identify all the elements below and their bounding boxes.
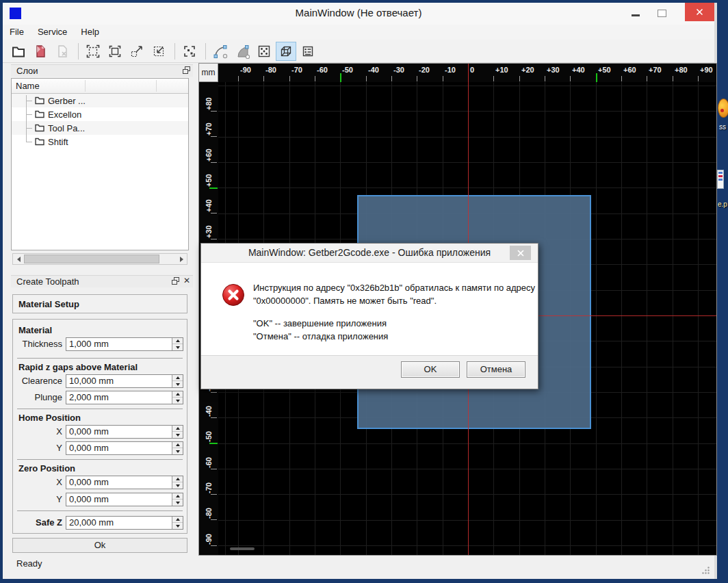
- home-x-label: X: [13, 425, 62, 439]
- zoom-out-icon: [129, 44, 144, 59]
- cube-3d-icon: [278, 44, 294, 59]
- clearence-input[interactable]: 10,000 mm: [66, 374, 183, 388]
- safe-z-label: Safe Z: [13, 516, 62, 530]
- zoom-fit-icon: [86, 44, 101, 59]
- home-x-input[interactable]: 0,000 mm: [66, 425, 183, 439]
- dialog-titlebar: MainWindow: Getber2Gcode.exe - Ошибка пр…: [201, 244, 538, 262]
- zoom-in-icon: [151, 44, 166, 59]
- safe-z-spinner[interactable]: [172, 517, 183, 529]
- tree-header[interactable]: Name: [12, 79, 188, 94]
- tree-branch-stub: [26, 142, 32, 142]
- resize-grip[interactable]: [701, 565, 710, 578]
- tree-branch-stub: [26, 101, 32, 101]
- filled-arc-tool-button[interactable]: [232, 42, 252, 61]
- menu-file[interactable]: File: [3, 25, 31, 40]
- clearence-spinner[interactable]: [172, 375, 183, 387]
- layer-row-excellon[interactable]: Excellon: [12, 107, 188, 121]
- close-icon: [517, 250, 524, 257]
- horizontal-ruler: -90 -80 -70 -60 -50 -40 -30 -20 -10 0 +1…: [218, 64, 716, 82]
- layers-panel-header: Слои: [11, 64, 193, 77]
- zero-x-spinner[interactable]: [172, 476, 183, 489]
- zoom-window-button[interactable]: [105, 42, 125, 61]
- menu-help[interactable]: Help: [74, 25, 106, 40]
- zoom-in-button[interactable]: [148, 42, 169, 61]
- ruler-zero-mark: [468, 64, 469, 82]
- layer-label: Gerber ...: [48, 96, 86, 106]
- minimize-button[interactable]: [632, 14, 640, 16]
- layer-row-shtift[interactable]: Shtift: [12, 135, 188, 148]
- render-pattern-icon: [182, 44, 197, 59]
- message-line: "0x00000000". Память не может быть "read…: [253, 294, 535, 307]
- scroll-left-icon[interactable]: [13, 254, 24, 264]
- float-panel-icon[interactable]: [183, 66, 190, 74]
- home-y-spinner[interactable]: [172, 442, 183, 454]
- material-setup-box: Material Setup: [12, 294, 187, 313]
- zero-y-spinner[interactable]: [172, 493, 183, 506]
- layer-row-toolpath[interactable]: Tool Pa...: [12, 121, 188, 135]
- separator: [17, 409, 183, 409]
- zero-y-input[interactable]: 0,000 mm: [66, 493, 183, 506]
- render-button[interactable]: [179, 42, 200, 61]
- dialog-close-button[interactable]: [510, 246, 531, 260]
- properties-list-icon: [300, 44, 315, 59]
- column-separator: [156, 80, 157, 92]
- ruler-unit-label: mm: [199, 64, 218, 82]
- thickness-label: Thickness: [13, 337, 62, 351]
- drill-points-icon: [257, 44, 272, 59]
- zero-x-label: X: [13, 476, 62, 489]
- import-gerber-button[interactable]: [30, 42, 51, 61]
- desktop-file-icon[interactable]: [717, 170, 724, 189]
- window-title: MainWindow (Не отвечает): [3, 7, 714, 18]
- close-button[interactable]: [685, 3, 714, 21]
- home-y-label: Y: [13, 441, 62, 455]
- thickness-spinner[interactable]: [172, 338, 183, 350]
- properties-button[interactable]: [298, 42, 318, 61]
- resize-grip-icon: [701, 566, 710, 575]
- open-file-button[interactable]: [8, 42, 29, 61]
- folder-icon: [35, 138, 44, 146]
- drill-points-button[interactable]: [254, 42, 274, 61]
- layer-row-gerber[interactable]: Gerber ...: [12, 94, 188, 107]
- dialog-cancel-button[interactable]: Отмена: [467, 361, 525, 378]
- close-file-button[interactable]: [52, 42, 73, 61]
- home-group-title: Home Position: [18, 413, 81, 423]
- menubar: File Service Help: [3, 25, 714, 40]
- home-y-input[interactable]: 0,000 mm: [66, 441, 183, 455]
- dialog-ok-button[interactable]: OK: [401, 361, 460, 378]
- separator: [17, 510, 183, 511]
- arc-tool-button[interactable]: [210, 42, 231, 61]
- plunge-input[interactable]: 2,000 mm: [66, 391, 183, 404]
- desktop-app-icon[interactable]: [718, 99, 728, 118]
- zoom-fit-button[interactable]: [83, 42, 103, 61]
- folder-icon: [35, 96, 44, 105]
- plunge-spinner[interactable]: [172, 391, 183, 404]
- ok-button[interactable]: Ok: [12, 538, 187, 553]
- tree-header-name: Name: [16, 81, 40, 91]
- thickness-input[interactable]: 1,000 mm: [66, 337, 183, 351]
- menu-service[interactable]: Service: [31, 25, 74, 40]
- toolbar-separator: [205, 43, 206, 60]
- close-panel-icon[interactable]: ✕: [183, 277, 190, 285]
- desktop-icon-label: ss: [719, 123, 726, 131]
- desktop-icon-label: e.p: [718, 200, 727, 208]
- material-group-title: Material: [18, 325, 52, 335]
- safe-z-input[interactable]: 20,000 mm: [66, 516, 183, 530]
- zero-x-input[interactable]: 0,000 mm: [66, 476, 183, 489]
- error-dialog: MainWindow: Getber2Gcode.exe - Ошибка пр…: [200, 243, 538, 389]
- scroll-right-icon[interactable]: [176, 254, 187, 264]
- scrollbar-handle[interactable]: [24, 255, 159, 263]
- maximize-button[interactable]: [658, 10, 666, 17]
- dialog-title: MainWindow: Getber2Gcode.exe - Ошибка пр…: [201, 244, 538, 258]
- folder-icon: [35, 110, 44, 118]
- home-x-spinner[interactable]: [172, 426, 183, 438]
- view-3d-button[interactable]: [276, 42, 296, 61]
- tree-branch-stub: [26, 114, 32, 115]
- layers-horizontal-scrollbar[interactable]: [12, 253, 187, 265]
- ruler-green-mark: [209, 443, 218, 444]
- dialog-footer: OK Отмена: [201, 355, 538, 389]
- canvas-scrollbar-handle[interactable]: [230, 547, 255, 550]
- toolpath-form: Material Thickness 1,000 mm Rapid z gaps…: [12, 319, 187, 534]
- zoom-out-button[interactable]: [127, 42, 147, 61]
- float-panel-icon[interactable]: [172, 277, 179, 285]
- folder-icon: [35, 124, 44, 132]
